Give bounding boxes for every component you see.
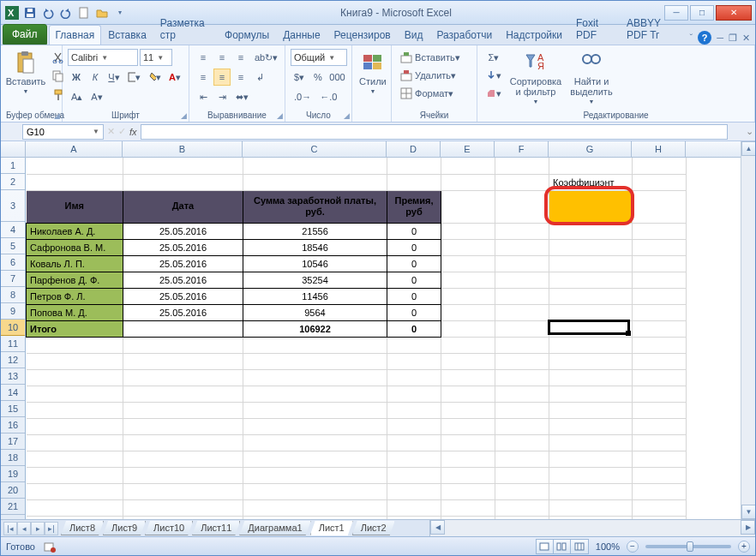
cell[interactable] (495, 402, 549, 418)
cell[interactable] (441, 255, 495, 272)
increase-font-icon[interactable]: А▴ (68, 88, 86, 105)
align-center-icon[interactable]: ≡ (213, 69, 231, 86)
cell[interactable] (123, 337, 243, 353)
delete-cells-button[interactable]: Удалить▾ (397, 67, 471, 84)
sheet-tab-Лист2[interactable]: Лист2 (352, 521, 394, 535)
cell[interactable] (633, 386, 687, 402)
col-C[interactable]: C (243, 141, 387, 157)
cell[interactable] (387, 353, 441, 369)
prev-sheet-icon[interactable]: ◂ (17, 522, 31, 535)
row-16[interactable]: 16 (1, 417, 25, 433)
tab-Рецензиров[interactable]: Рецензиров (327, 25, 398, 45)
cell[interactable] (123, 174, 243, 190)
zoom-out-icon[interactable]: − (627, 541, 639, 553)
cell[interactable] (441, 337, 495, 353)
cell[interactable] (441, 483, 495, 499)
cell[interactable] (441, 499, 495, 516)
cell[interactable] (549, 483, 633, 499)
col-B[interactable]: B (123, 141, 243, 157)
cell[interactable]: Петров Ф. Л. (27, 288, 123, 304)
cell[interactable] (549, 386, 633, 402)
cell[interactable] (27, 337, 123, 353)
autosum-button[interactable]: Σ▾ (483, 49, 505, 66)
cell[interactable] (549, 272, 633, 288)
cell[interactable]: 10546 (243, 255, 387, 272)
sheet-tab-Лист8[interactable]: Лист8 (61, 521, 104, 535)
cell[interactable]: Коэффициэнт (549, 174, 633, 190)
cell[interactable]: 0 (387, 223, 441, 239)
new-icon[interactable] (76, 5, 92, 21)
cell[interactable] (387, 369, 441, 386)
row-8[interactable]: 8 (1, 287, 25, 303)
sheet-tab-Лист1[interactable]: Лист1 (310, 521, 353, 535)
cell[interactable]: Попова М. Д. (27, 304, 123, 320)
cell[interactable] (27, 418, 123, 434)
help-icon[interactable]: ? (698, 31, 711, 45)
open-icon[interactable] (94, 5, 110, 21)
tab-Надстройки[interactable]: Надстройки (499, 25, 569, 45)
row-19[interactable]: 19 (1, 466, 25, 482)
sheet-tab-Диаграмма1[interactable]: Диаграмма1 (239, 521, 310, 535)
cell[interactable]: Имя (27, 190, 123, 223)
zoom-in-icon[interactable]: + (738, 541, 750, 553)
cell[interactable] (123, 158, 243, 174)
cell[interactable] (27, 402, 123, 418)
row-5[interactable]: 5 (1, 238, 25, 254)
cell[interactable] (633, 337, 687, 353)
cell[interactable] (27, 467, 123, 483)
cell[interactable] (495, 353, 549, 369)
cell[interactable] (633, 451, 687, 467)
row-14[interactable]: 14 (1, 385, 25, 401)
cell[interactable] (633, 272, 687, 288)
row-21[interactable]: 21 (1, 499, 25, 515)
cell[interactable] (549, 190, 633, 223)
vertical-scrollbar[interactable]: ▲ ▼ (741, 141, 755, 519)
cell[interactable] (549, 516, 633, 519)
cell[interactable] (441, 402, 495, 418)
scroll-left-icon[interactable]: ◀ (430, 520, 445, 535)
cell[interactable] (387, 418, 441, 434)
cell[interactable]: 25.05.2016 (123, 288, 243, 304)
cell[interactable] (387, 499, 441, 516)
cell[interactable] (633, 223, 687, 239)
cell[interactable]: 25.05.2016 (123, 304, 243, 320)
first-sheet-icon[interactable]: |◂ (3, 522, 17, 535)
cell[interactable] (633, 402, 687, 418)
cell[interactable]: 25.05.2016 (123, 223, 243, 239)
cell[interactable] (495, 320, 549, 337)
cell[interactable] (495, 337, 549, 353)
format-cells-button[interactable]: Формат▾ (397, 85, 471, 102)
cell[interactable] (441, 288, 495, 304)
maximize-button[interactable]: □ (690, 5, 714, 21)
save-icon[interactable] (22, 5, 38, 21)
row-13[interactable]: 13 (1, 368, 25, 385)
border-button[interactable]: ▾ (124, 69, 144, 86)
cell[interactable] (495, 239, 549, 255)
cell[interactable] (441, 239, 495, 255)
cell[interactable] (633, 158, 687, 174)
sheet-tab-Лист9[interactable]: Лист9 (103, 521, 146, 535)
cell[interactable] (495, 516, 549, 519)
grid[interactable]: КоэффициэнтИмяДатаСумма заработной платы… (26, 158, 741, 519)
cell[interactable] (243, 337, 387, 353)
cell[interactable] (441, 467, 495, 483)
tab-Вид[interactable]: Вид (398, 25, 430, 45)
align-bottom-icon[interactable]: ≡ (232, 49, 249, 66)
italic-button[interactable]: К (87, 69, 104, 86)
cell[interactable] (549, 451, 633, 467)
align-left-icon[interactable]: ≡ (195, 69, 212, 86)
cell[interactable]: 106922 (243, 320, 387, 337)
row-17[interactable]: 17 (1, 433, 25, 450)
cell[interactable] (495, 369, 549, 386)
cell[interactable] (123, 516, 243, 519)
decrease-indent-icon[interactable]: ⇤ (195, 88, 212, 105)
cell[interactable] (441, 451, 495, 467)
tab-Foxit PDF[interactable]: Foxit PDF (569, 13, 620, 45)
cell[interactable] (633, 255, 687, 272)
tab-Вставка[interactable]: Вставка (101, 25, 153, 45)
cell[interactable] (495, 158, 549, 174)
fx-icon[interactable]: fx (129, 127, 137, 137)
tab-Разметка стр[interactable]: Разметка стр (153, 13, 218, 45)
percent-icon[interactable]: % (309, 69, 327, 86)
cell[interactable] (441, 174, 495, 190)
